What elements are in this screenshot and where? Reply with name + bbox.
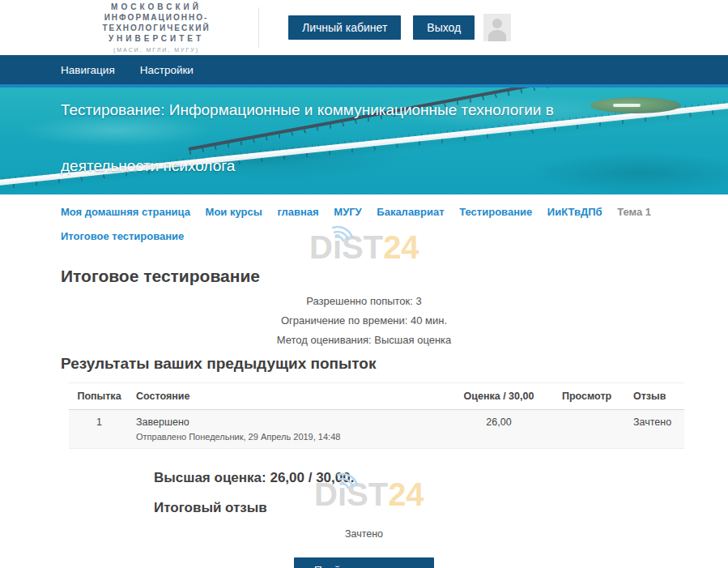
cell-attempt: 1 bbox=[69, 410, 130, 449]
col-header-attempt: Попытка bbox=[69, 383, 130, 410]
course-title-line2: деятельности психолога bbox=[61, 157, 235, 175]
nav-item-navigation[interactable]: Навигация bbox=[61, 64, 115, 76]
logo-line: МОСКОВСКИЙ bbox=[59, 2, 253, 12]
attempts-table: Попытка Состояние Оценка / 30,00 Просмот… bbox=[69, 382, 684, 449]
cell-grade: 26,00 bbox=[442, 410, 556, 449]
quiz-info: Разрешенно попыток: 3 Ограничение по вре… bbox=[0, 295, 728, 346]
breadcrumb-course-code[interactable]: ИиКТвДПб bbox=[547, 205, 602, 220]
breadcrumb: Моя домашняя страница Мои курсы главная … bbox=[0, 194, 728, 244]
grading-method: Метод оценивания: Высшая оценка bbox=[0, 334, 728, 346]
final-feedback-heading: Итоговый отзыв bbox=[154, 500, 728, 516]
island-graphic bbox=[590, 97, 681, 113]
logo-line: ИНФОРМАЦИОННО-ТЕХНОЛОГИЧЕСКИЙ bbox=[59, 12, 253, 33]
quiz-title: Итоговое тестирование bbox=[61, 267, 728, 286]
reattempt-wrap: Пройти тест заново bbox=[0, 557, 728, 568]
breadcrumb-my-courses[interactable]: Мои курсы bbox=[206, 205, 262, 220]
logout-button[interactable]: Выход bbox=[413, 15, 475, 40]
account-button[interactable]: Личный кабинет bbox=[288, 15, 401, 40]
cell-state: Завершено Отправлено Понедельник, 29 Апр… bbox=[130, 410, 442, 449]
main-navbar: Навигация Настройки bbox=[0, 55, 728, 88]
university-logo[interactable]: МОСКОВСКИЙ ИНФОРМАЦИОННО-ТЕХНОЛОГИЧЕСКИЙ… bbox=[59, 2, 253, 54]
logo-divider bbox=[258, 7, 259, 48]
cell-feedback: Зачтено bbox=[627, 410, 684, 449]
user-avatar[interactable] bbox=[483, 14, 511, 41]
logo-subline: (МАСИ, МГЛИ, МУГУ) bbox=[59, 45, 253, 54]
page-header: МОСКОВСКИЙ ИНФОРМАЦИОННО-ТЕХНОЛОГИЧЕСКИЙ… bbox=[0, 0, 728, 55]
col-header-review: Просмотр bbox=[556, 383, 627, 410]
breadcrumb-final-test[interactable]: Итоговое тестирование bbox=[61, 229, 184, 244]
attempts-allowed: Разрешенно попыток: 3 bbox=[0, 295, 728, 307]
final-feedback-value: Зачтено bbox=[0, 528, 728, 540]
reattempt-button[interactable]: Пройти тест заново bbox=[294, 557, 434, 568]
breadcrumb-mugu[interactable]: МУГУ bbox=[334, 205, 361, 220]
table-row: 1 Завершено Отправлено Понедельник, 29 А… bbox=[69, 410, 684, 449]
breadcrumb-row1: Моя домашняя страница Мои курсы главная … bbox=[61, 205, 683, 220]
course-title-line1: Тестирование: Информационные и коммуника… bbox=[61, 101, 554, 119]
main-content: DiST24 Моя домашняя страница Мои курсы г… bbox=[0, 194, 728, 568]
breadcrumb-main[interactable]: главная bbox=[277, 205, 318, 220]
logo-line: УНИВЕРСИТЕТ bbox=[59, 33, 253, 44]
course-banner: Тестирование: Информационные и коммуника… bbox=[0, 88, 728, 194]
col-header-grade: Оценка / 30,00 bbox=[442, 383, 556, 410]
breadcrumb-topic1: Тема 1 bbox=[617, 205, 651, 220]
state-text: Завершено bbox=[136, 416, 436, 428]
results-heading: Результаты ваших предыдущих попыток bbox=[61, 355, 728, 373]
breadcrumb-row2: Итоговое тестирование bbox=[61, 229, 683, 244]
col-header-state: Состояние bbox=[130, 383, 442, 410]
header-actions: Личный кабинет Выход bbox=[288, 14, 511, 41]
nav-item-settings[interactable]: Настройки bbox=[140, 64, 194, 76]
col-header-feedback: Отзыв bbox=[627, 383, 684, 410]
time-limit: Ограничение по времени: 40 мин. bbox=[0, 314, 728, 327]
cell-review bbox=[556, 410, 627, 449]
table-header-row: Попытка Состояние Оценка / 30,00 Просмот… bbox=[69, 383, 684, 410]
best-grade-text: Высшая оценка: 26,00 / 30,00. bbox=[154, 470, 728, 486]
state-submitted: Отправлено Понедельник, 29 Апрель 2019, … bbox=[136, 432, 436, 442]
breadcrumb-testing[interactable]: Тестирование bbox=[459, 205, 532, 220]
breadcrumb-my-home[interactable]: Моя домашняя страница bbox=[61, 205, 190, 220]
breadcrumb-bachelor[interactable]: Бакалавриат bbox=[377, 205, 444, 220]
